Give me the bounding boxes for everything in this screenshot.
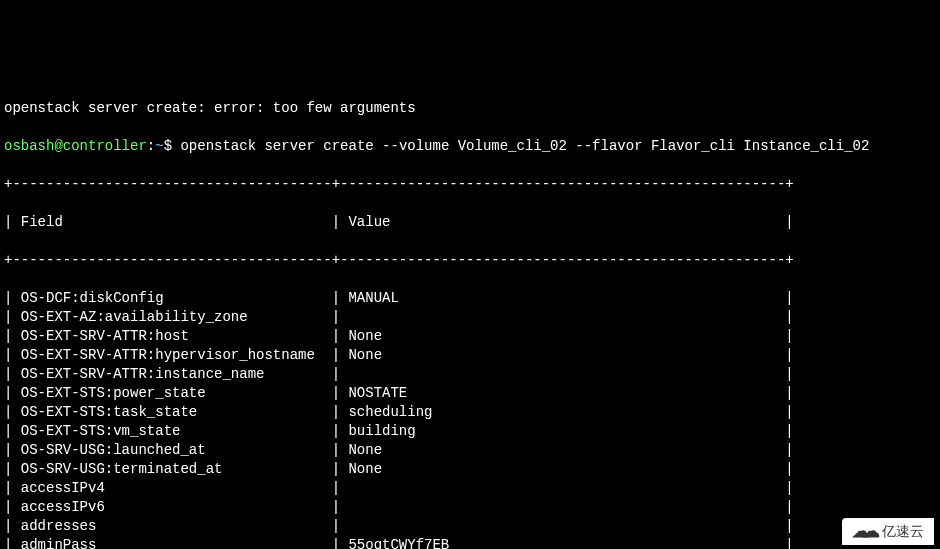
- prompt-line: osbash@controller:~$ openstack server cr…: [4, 137, 940, 156]
- table-row: | OS-EXT-SRV-ATTR:hypervisor_hostname | …: [4, 346, 940, 365]
- table-row: | OS-EXT-SRV-ATTR:instance_name | |: [4, 365, 940, 384]
- watermark-text: 亿速云: [882, 522, 924, 541]
- table-row: | accessIPv6 | |: [4, 498, 940, 517]
- table-row: | addresses | |: [4, 517, 940, 536]
- table-border-mid: +--------------------------------------+…: [4, 251, 940, 270]
- table-row: | OS-EXT-STS:task_state | scheduling |: [4, 403, 940, 422]
- table-row: | OS-EXT-STS:power_state | NOSTATE |: [4, 384, 940, 403]
- cloud-icon: ☁☁: [852, 522, 872, 541]
- table-row: | adminPass | 55oqtCWYf7EB |: [4, 536, 940, 549]
- table-header: | Field | Value |: [4, 213, 940, 232]
- table-border-top: +--------------------------------------+…: [4, 175, 940, 194]
- table-row: | OS-SRV-USG:launched_at | None |: [4, 441, 940, 460]
- prompt-sep2: $: [164, 138, 181, 154]
- terminal-output[interactable]: openstack server create: error: too few …: [0, 76, 940, 549]
- table-row: | accessIPv4 | |: [4, 479, 940, 498]
- table-row: | OS-DCF:diskConfig | MANUAL |: [4, 289, 940, 308]
- table-body: | OS-DCF:diskConfig | MANUAL || OS-EXT-A…: [4, 289, 940, 549]
- table-row: | OS-EXT-SRV-ATTR:host | None |: [4, 327, 940, 346]
- command-text: openstack server create --volume Volume_…: [180, 138, 869, 154]
- table-row: | OS-SRV-USG:terminated_at | None |: [4, 460, 940, 479]
- prompt-user-host: osbash@controller: [4, 138, 147, 154]
- table-row: | OS-EXT-AZ:availability_zone | |: [4, 308, 940, 327]
- error-line: openstack server create: error: too few …: [4, 99, 940, 118]
- prompt-sep: :: [147, 138, 155, 154]
- watermark-badge: ☁☁ 亿速云: [842, 518, 934, 545]
- table-row: | OS-EXT-STS:vm_state | building |: [4, 422, 940, 441]
- prompt-path: ~: [155, 138, 163, 154]
